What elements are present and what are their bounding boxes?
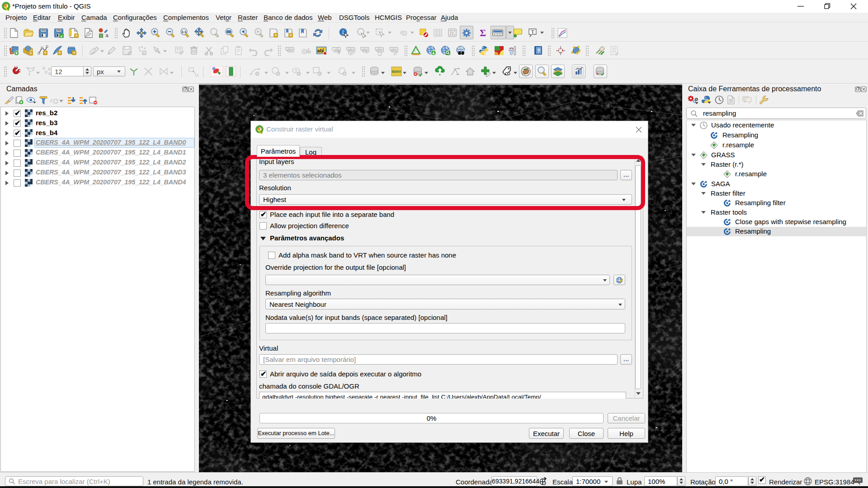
svg-text:abc: abc [376,47,383,52]
svg-text:abc: abc [391,47,397,52]
svg-text:✳: ✳ [142,51,146,55]
svg-text:✳: ✳ [72,51,76,55]
svg-text:✳: ✳ [58,51,61,55]
svg-text:✳: ✳ [289,33,292,38]
svg-text:✳: ✳ [274,33,278,38]
svg-text:Σ: Σ [480,28,486,38]
svg-text:ε: ε [50,97,53,103]
svg-text:✳: ✳ [75,33,78,38]
svg-text:abc: abc [287,47,293,52]
svg-text:abc: abc [348,47,354,52]
svg-text:ab: ab [317,48,323,53]
svg-text:?: ? [537,48,540,53]
svg-text:✳: ✳ [43,51,47,55]
svg-text:1:1: 1:1 [182,30,187,34]
svg-text:✳: ✳ [29,51,33,56]
svg-text:EDGV: EDGV [392,70,401,73]
svg-text:a: a [106,33,109,38]
svg-text:abc: abc [362,47,368,52]
svg-text:T: T [531,29,534,34]
